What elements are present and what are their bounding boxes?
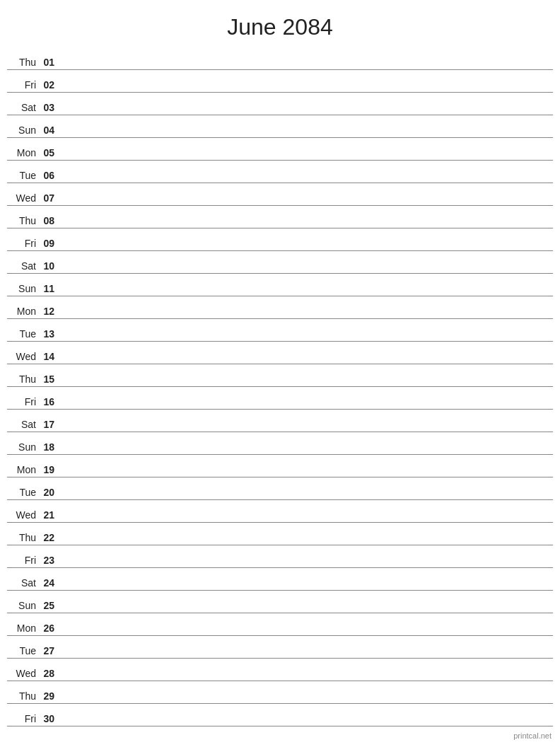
day-line — [59, 158, 553, 158]
day-number: 12 — [39, 306, 59, 317]
day-number: 14 — [39, 351, 59, 362]
day-row: Fri30 — [7, 704, 553, 726]
day-row: Sat24 — [7, 568, 553, 591]
day-number: 28 — [39, 668, 59, 679]
day-number: 02 — [39, 79, 59, 91]
day-row: Fri23 — [7, 545, 553, 568]
day-number: 19 — [39, 464, 59, 475]
day-row: Mon12 — [7, 296, 553, 319]
day-line — [59, 90, 553, 91]
day-line — [59, 112, 553, 113]
day-line — [59, 724, 553, 724]
day-row: Sat10 — [7, 251, 553, 274]
day-row: Tue06 — [7, 161, 553, 183]
day-number: 25 — [39, 600, 59, 611]
day-name: Mon — [7, 147, 39, 158]
day-row: Fri09 — [7, 228, 553, 251]
day-name: Tue — [7, 328, 39, 340]
day-number: 27 — [39, 645, 59, 656]
day-name: Mon — [7, 622, 39, 634]
day-line — [59, 226, 553, 226]
day-line — [59, 384, 553, 385]
day-row: Sun25 — [7, 591, 553, 613]
day-number: 13 — [39, 328, 59, 340]
day-row: Wed14 — [7, 342, 553, 364]
day-number: 06 — [39, 170, 59, 181]
day-name: Sun — [7, 124, 39, 136]
day-number: 26 — [39, 622, 59, 634]
day-name: Thu — [7, 57, 39, 68]
day-line — [59, 701, 553, 702]
day-number: 20 — [39, 487, 59, 498]
day-row: Sun04 — [7, 115, 553, 138]
day-row: Tue27 — [7, 636, 553, 659]
day-number: 17 — [39, 419, 59, 430]
day-number: 09 — [39, 238, 59, 249]
day-row: Mon26 — [7, 613, 553, 636]
day-row: Tue20 — [7, 477, 553, 500]
day-name: Wed — [7, 351, 39, 362]
day-number: 15 — [39, 374, 59, 385]
page-title: June 2084 — [0, 0, 560, 47]
day-number: 03 — [39, 102, 59, 113]
day-row: Thu01 — [7, 47, 553, 70]
day-row: Mon19 — [7, 455, 553, 477]
day-line — [59, 656, 553, 656]
day-row: Mon05 — [7, 138, 553, 161]
day-row: Sun11 — [7, 274, 553, 296]
day-line — [59, 633, 553, 634]
day-name: Thu — [7, 532, 39, 543]
day-row: Fri16 — [7, 387, 553, 410]
day-number: 21 — [39, 509, 59, 521]
day-line — [59, 203, 553, 204]
day-number: 10 — [39, 260, 59, 272]
day-line — [59, 565, 553, 566]
day-line — [59, 180, 553, 181]
day-name: Fri — [7, 396, 39, 407]
day-row: Fri02 — [7, 70, 553, 93]
day-row: Sat17 — [7, 410, 553, 432]
day-name: Wed — [7, 668, 39, 679]
day-number: 22 — [39, 532, 59, 543]
day-number: 08 — [39, 215, 59, 226]
day-name: Wed — [7, 192, 39, 204]
day-line — [59, 543, 553, 543]
day-name: Thu — [7, 690, 39, 702]
day-name: Fri — [7, 555, 39, 566]
day-line — [59, 429, 553, 430]
day-name: Sat — [7, 419, 39, 430]
day-line — [59, 678, 553, 679]
watermark: printcal.net — [513, 731, 552, 740]
day-line — [59, 294, 553, 294]
day-name: Fri — [7, 238, 39, 249]
day-line — [59, 361, 553, 362]
day-number: 07 — [39, 192, 59, 204]
day-row: Sun18 — [7, 432, 553, 455]
day-row: Wed21 — [7, 500, 553, 523]
day-name: Tue — [7, 487, 39, 498]
day-name: Tue — [7, 170, 39, 181]
day-line — [59, 316, 553, 317]
day-line — [59, 520, 553, 521]
day-row: Thu15 — [7, 364, 553, 387]
day-number: 24 — [39, 577, 59, 589]
day-number: 01 — [39, 57, 59, 68]
day-line — [59, 610, 553, 611]
day-number: 11 — [39, 283, 59, 294]
day-name: Tue — [7, 645, 39, 656]
day-name: Mon — [7, 464, 39, 475]
day-line — [59, 248, 553, 249]
day-name: Sun — [7, 283, 39, 294]
calendar-container: Thu01Fri02Sat03Sun04Mon05Tue06Wed07Thu08… — [0, 47, 560, 726]
day-row: Thu22 — [7, 523, 553, 545]
day-line — [59, 67, 553, 68]
day-row: Sat03 — [7, 93, 553, 115]
day-name: Sat — [7, 260, 39, 272]
day-name: Wed — [7, 509, 39, 521]
day-row: Thu29 — [7, 681, 553, 704]
day-number: 16 — [39, 396, 59, 407]
day-number: 04 — [39, 124, 59, 136]
day-row: Tue13 — [7, 319, 553, 342]
day-line — [59, 407, 553, 407]
day-name: Fri — [7, 79, 39, 91]
